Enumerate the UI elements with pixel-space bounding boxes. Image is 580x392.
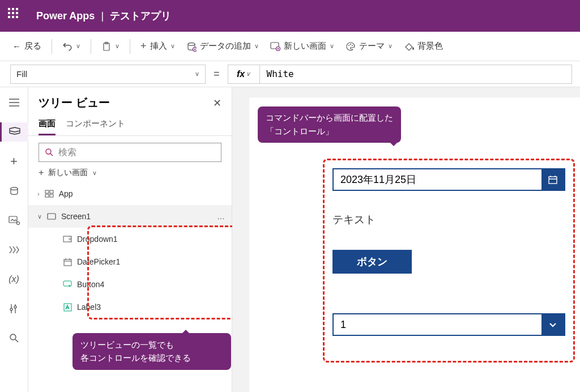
chevron-down-icon[interactable] [541,314,564,335]
formula-bar: Fill ∨ = fx∨ White [0,61,580,87]
svg-rect-20 [69,236,71,242]
add-data-label: データの追加 [200,41,251,52]
data-icon [186,41,197,52]
svg-point-8 [352,45,353,46]
canvas-screen[interactable]: コマンドバーから画面に配置した 「コントロール」 2023年11月25日 テキス… [249,97,580,392]
datepicker-value: 2023年11月25日 [334,169,541,190]
button-control[interactable]: ボタン [332,250,412,274]
chevron-down-icon: ∨ [330,42,334,50]
tree-item-label3[interactable]: Label3 [28,296,232,318]
bgcolor-label: 背景色 [417,41,443,52]
panel-title: ツリー ビュー [39,95,110,110]
rail-media[interactable] [0,211,28,230]
fx-label[interactable]: fx∨ [228,65,260,83]
back-arrow-icon: ← [12,41,21,51]
chevron-down-icon: ∨ [388,42,393,50]
search-icon [45,148,54,157]
tree-label: DatePicker1 [77,257,120,266]
clipboard-icon [101,41,112,52]
svg-rect-21 [64,259,71,266]
tree-item-app[interactable]: › App [28,182,232,205]
svg-point-6 [348,45,349,46]
rail-tree-view[interactable] [0,122,28,142]
tree-item-screen1[interactable]: ∨ Screen1 … [28,205,232,228]
tree-item-datepicker1[interactable]: DatePicker1 [28,250,232,273]
formula-box[interactable]: fx∨ White [228,65,572,84]
label-icon [62,302,72,312]
tree-label: Button4 [77,280,104,289]
annotation-callout-tree: ツリービューの一覧でも 各コントロールを確認できる [72,333,231,370]
new-screen-label: 新しい画面 [48,168,88,178]
undo-icon [62,41,72,52]
bucket-icon [404,41,414,52]
new-screen-link[interactable]: + 新しい画面 ∨ [39,168,221,178]
svg-point-11 [16,222,19,225]
chevron-right-icon: › [37,190,40,197]
close-icon[interactable]: ✕ [213,97,221,109]
tab-screens[interactable]: 画面 [39,118,56,135]
svg-point-2 [188,42,195,45]
chevron-down-icon: ∨ [76,42,80,50]
divider [52,39,52,54]
chevron-down-icon: ∨ [115,42,120,50]
equals-sign: = [211,68,222,80]
svg-point-13 [46,149,51,154]
title-separator: | [101,10,104,22]
property-name: Fill [16,69,27,79]
label-control[interactable]: テキスト [332,212,565,227]
tree-item-button4[interactable]: Button4 [28,273,232,296]
chevron-down-icon: ∨ [37,213,42,220]
divider [91,39,91,54]
rail-flows[interactable] [0,240,28,259]
svg-rect-15 [50,190,53,193]
rail-tools[interactable] [0,299,28,318]
screen-icon [270,41,280,52]
dropdown-value: 1 [334,314,541,335]
calendar-icon[interactable] [541,169,564,190]
chevron-down-icon: ∨ [170,42,175,50]
new-screen-button[interactable]: 新しい画面 ∨ [266,37,339,55]
rail-data[interactable] [0,181,28,201]
tree-label: Dropdown1 [77,235,118,244]
app-icon [44,189,54,199]
formula-value[interactable]: White [260,69,301,79]
main-area: + (x) ツリー ビュー ✕ 画面 コンポーネント 検索 + 新しい画面 ∨ … [0,87,580,392]
svg-point-12 [10,334,16,340]
command-bar: ← 戻る ∨ ∨ + 挿入 ∨ データの追加 ∨ 新しい画面 ∨ テーマ ∨ 背… [0,32,580,61]
left-rail: + (x) [0,87,28,392]
insert-button[interactable]: + 挿入 ∨ [136,37,180,56]
rail-hamburger[interactable] [0,93,28,112]
datepicker-control[interactable]: 2023年11月25日 [332,168,565,191]
tree-item-dropdown1[interactable]: Dropdown1 [28,228,232,250]
back-label: 戻る [24,41,41,52]
tree-label-app: App [59,189,73,198]
bgcolor-button[interactable]: 背景色 [399,37,447,55]
screen-icon [46,211,57,221]
waffle-icon[interactable] [8,8,24,24]
theme-label: テーマ [359,41,385,52]
paste-button[interactable]: ∨ [97,38,124,55]
tree-label: Label3 [77,302,101,312]
more-icon[interactable]: … [217,212,226,221]
svg-point-9 [11,188,18,190]
dropdown-control[interactable]: 1 [332,313,565,336]
annotation-callout-controls: コマンドバーから画面に配置した 「コントロール」 [258,106,401,143]
undo-button[interactable]: ∨ [58,38,85,55]
search-placeholder: 検索 [58,147,76,159]
property-selector[interactable]: Fill ∨ [10,65,206,84]
tab-components[interactable]: コンポーネント [66,118,125,135]
product-name: Power Apps [36,10,95,22]
plus-icon: + [140,40,147,52]
header-title: Power Apps | テストアプリ [36,9,171,23]
rail-search[interactable] [0,329,28,348]
back-button[interactable]: ← 戻る [8,37,46,55]
add-data-button[interactable]: データの追加 ∨ [182,37,263,55]
rail-variables[interactable]: (x) [0,270,28,289]
search-input[interactable]: 検索 [39,143,221,162]
theme-button[interactable]: テーマ ∨ [341,37,397,55]
svg-rect-22 [63,281,71,286]
svg-rect-23 [64,304,71,311]
rail-insert[interactable]: + [0,152,28,171]
annotation-text: 「コントロール」 [266,125,393,138]
tree-view-panel: ツリー ビュー ✕ 画面 コンポーネント 検索 + 新しい画面 ∨ › App … [28,87,232,392]
